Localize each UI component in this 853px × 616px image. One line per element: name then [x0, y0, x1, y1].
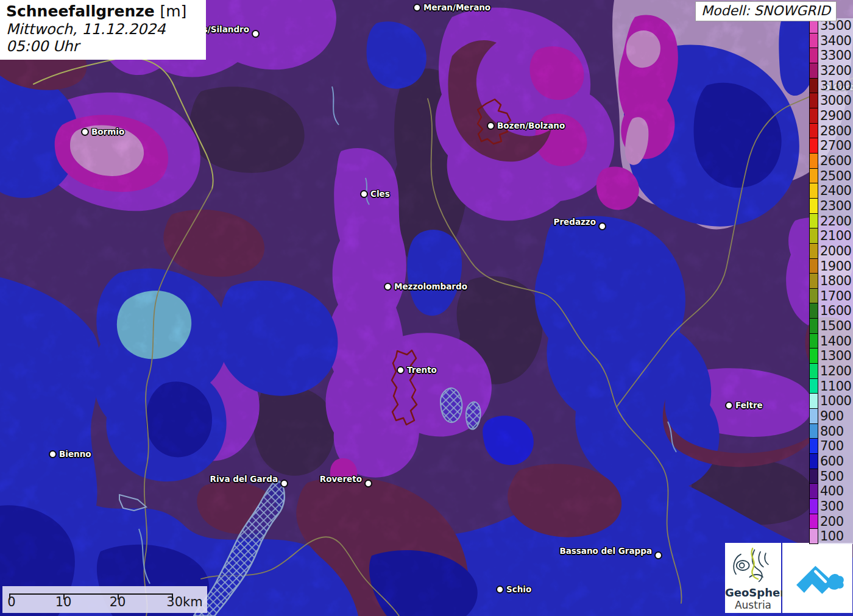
city-marker: Schio [496, 584, 531, 594]
city-marker: Bormio [81, 127, 124, 136]
legend-value: 300 [820, 499, 844, 514]
legend-row-3300: 3300 [809, 48, 853, 63]
legend-value: 800 [820, 424, 844, 439]
city-marker: Mezzolombardo [384, 281, 467, 291]
legend-row-3100: 3100 [809, 79, 853, 94]
city-label: Trento [407, 365, 437, 375]
city-label: Bienno [59, 449, 91, 459]
legend-row-1800: 1800 [809, 274, 853, 289]
city-label: Riva del Garda [210, 474, 278, 484]
city-label: Rovereto [320, 474, 362, 484]
title-datetime: Mittwoch, 11.12.2024 05:00 Uhr [6, 21, 200, 55]
city-label: Bozen/Bolzano [497, 121, 565, 130]
legend-row-1700: 1700 [809, 289, 853, 304]
scale-label-10: 10 [55, 595, 72, 609]
legend-row-1300: 1300 [809, 349, 853, 364]
legend-row-2400: 2400 [809, 183, 853, 199]
city-dot [496, 586, 504, 593]
scale-bar: 0 10 20 30km [2, 586, 207, 613]
city-label: Schio [506, 584, 531, 594]
legend-value: 900 [820, 409, 844, 424]
city-dot [280, 480, 288, 487]
legend-swatch [809, 138, 818, 154]
legend-value: 1100 [820, 379, 851, 394]
city-label: Mezzolombardo [394, 281, 467, 291]
city-label: Bassano del Grappa [559, 546, 652, 556]
legend-value: 1900 [820, 259, 851, 274]
legend-swatch [809, 348, 818, 364]
legend-row-1400: 1400 [809, 334, 853, 349]
city-label: Feltre [735, 400, 763, 410]
legend-value: 2800 [820, 124, 851, 139]
city-dot [413, 4, 421, 12]
legend-swatch [809, 213, 818, 229]
city-label: Predazzo [554, 217, 596, 227]
city-dot [725, 402, 733, 409]
city-marker: Feltre [725, 400, 763, 410]
legend-swatch [809, 78, 818, 94]
legend-swatch [809, 153, 818, 169]
legend-value: 2900 [820, 108, 851, 124]
legend-row-2500: 2500 [809, 169, 853, 184]
legend-value: 2100 [820, 228, 851, 244]
legend-row-1200: 1200 [809, 364, 853, 379]
legend-swatch [809, 48, 818, 63]
legend-value: 2700 [820, 138, 851, 154]
legend-value: 100 [820, 529, 844, 544]
legend-swatch [809, 318, 818, 334]
legend-swatch [809, 33, 818, 49]
legend-value: 1300 [820, 349, 851, 364]
legend-swatch [809, 528, 818, 544]
geosphere-contour-icon [731, 546, 775, 585]
city-dot [487, 122, 495, 130]
legend-swatch [809, 258, 818, 274]
legend-row-500: 500 [809, 469, 853, 484]
legend-row-2100: 2100 [809, 228, 853, 244]
legend-swatch [809, 453, 818, 469]
legend-row-3400: 3400 [809, 34, 853, 49]
scale-bar-line [9, 593, 173, 595]
legend-swatch [809, 183, 818, 199]
legend-row-2000: 2000 [809, 244, 853, 259]
legend-row-2800: 2800 [809, 124, 853, 139]
legend-swatch [809, 198, 818, 214]
legend-entries: 3500340033003200310030002900280027002600… [809, 18, 853, 544]
legend-value: 3100 [820, 79, 851, 94]
legend-value: 2500 [820, 169, 851, 184]
legend-value: 2400 [820, 183, 851, 199]
legend-row-900: 900 [809, 409, 853, 424]
legend-value: 1600 [820, 303, 851, 319]
city-marker: Predazzo [554, 221, 606, 231]
city-dot [252, 30, 260, 38]
legend-swatch [809, 483, 818, 499]
legend-swatch [809, 408, 818, 424]
legend-swatch [809, 273, 818, 289]
city-label: Cles [370, 189, 390, 199]
legend-row-1100: 1100 [809, 379, 853, 394]
legend-swatch [809, 469, 818, 484]
snowfall-limit-map [0, 0, 853, 616]
legend-value: 1700 [820, 289, 851, 304]
legend-value: 700 [820, 439, 844, 454]
legend-colorbar: 3500340033003200310030002900280027002600… [809, 18, 853, 544]
city-dot [364, 480, 372, 487]
legend-value: 2600 [820, 154, 851, 169]
legend-value: 3400 [820, 34, 851, 49]
city-dot [397, 366, 405, 374]
legend-row-700: 700 [809, 439, 853, 454]
legend-swatch [809, 303, 818, 319]
legend-swatch [809, 168, 818, 184]
scale-label-0: 0 [7, 595, 15, 609]
legend-value: 1500 [820, 319, 851, 334]
legend-value: 3000 [820, 93, 851, 108]
legend-value: 1200 [820, 364, 851, 379]
legend-value: 1400 [820, 334, 851, 349]
legend-swatch [809, 228, 818, 244]
city-marker: Bienno [49, 449, 91, 459]
legend-value: 2200 [820, 214, 851, 229]
legend-swatch [809, 438, 818, 454]
weather-map-page: Meran/MeranoSchlanders/SilandroBormioBoz… [0, 0, 853, 616]
legend-row-800: 800 [809, 424, 853, 439]
legend-swatch [809, 63, 818, 79]
legend-value: 500 [820, 469, 844, 484]
